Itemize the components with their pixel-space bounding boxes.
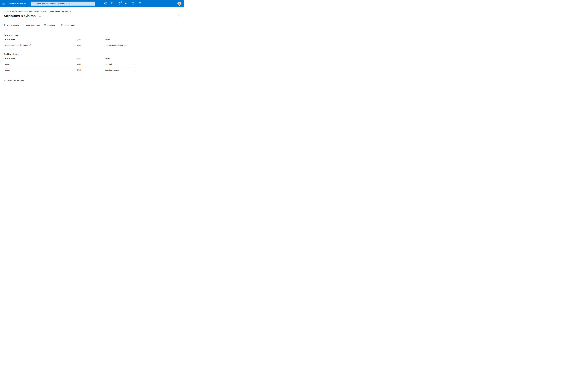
breadcrumb: Home > Azure SAML SSO | SAML-based Sign-… [0, 7, 184, 12]
additional-claims-table: Claim name Type Value email SAML user.ma… [3, 56, 138, 73]
breadcrumb-separator: > [70, 11, 71, 12]
row-context-menu-button[interactable] [132, 42, 138, 48]
ellipsis-icon [39, 16, 42, 17]
directory-filter-icon [111, 2, 114, 5]
claim-value-cell: user.userprincipalname [... [103, 44, 132, 46]
breadcrumb-separator: > [10, 11, 11, 12]
title-context-menu-button[interactable] [39, 16, 42, 17]
claim-value-cell: user.mail [103, 63, 132, 65]
plus-icon [22, 24, 24, 27]
claim-name-cell: Unique User Identifier (Name ID) [3, 44, 75, 46]
claim-row[interactable]: Unique User Identifier (Name ID) SAML us… [3, 42, 138, 48]
breadcrumb-separator: > [47, 11, 48, 12]
column-header-claim-name: Claim name [3, 39, 75, 41]
advanced-settings-label: Advanced settings [7, 79, 24, 82]
cloud-shell-icon [104, 2, 107, 5]
gear-icon [125, 2, 127, 5]
advanced-settings-toggle[interactable]: Advanced settings [3, 79, 24, 82]
plus-icon [3, 24, 6, 27]
search-input[interactable] [31, 1, 95, 6]
claim-type-cell: SAML [75, 69, 103, 71]
close-blade-button[interactable] [177, 14, 180, 18]
add-new-claim-button[interactable]: Add new claim [3, 24, 19, 27]
hamburger-icon [2, 2, 5, 5]
help-icon [132, 2, 134, 5]
command-bar: Add new claim Add a group claim Columns [3, 23, 180, 27]
columns-icon [44, 24, 46, 26]
column-header-value: Value [103, 58, 132, 60]
topbar-actions: 6 [102, 0, 182, 7]
got-feedback-icon [61, 24, 63, 27]
add-group-claim-label: Add a group claim [26, 24, 40, 26]
columns-button[interactable]: Columns [44, 24, 55, 26]
column-header-type: Type [75, 39, 103, 41]
table-header-row: Claim name Type Value [3, 56, 138, 61]
claim-value-cell: user.displayname [103, 69, 132, 71]
help-button[interactable] [129, 0, 136, 7]
page-title: Attributes & Claims [3, 14, 36, 18]
hamburger-menu-button[interactable] [0, 0, 7, 7]
required-claim-section: Required claim Claim name Type Value Uni… [0, 34, 184, 48]
breadcrumb-link-saml-signon[interactable]: SAML-based Sign-on [50, 10, 69, 12]
breadcrumb-link-home[interactable]: Home [3, 10, 9, 12]
claim-row[interactable]: email SAML user.mail [3, 61, 138, 67]
row-context-menu-button[interactable] [132, 61, 138, 67]
cloud-shell-button[interactable] [102, 0, 109, 7]
breadcrumb-link-saml-sso[interactable]: Azure SAML SSO | SAML-based Sign-on [12, 10, 46, 12]
feedback-button[interactable] [136, 0, 143, 7]
claim-row[interactable]: name SAML user.displayname [3, 67, 138, 73]
table-header-row: Claim name Type Value [3, 37, 138, 42]
add-new-claim-label: Add new claim [7, 24, 19, 26]
avatar[interactable] [178, 2, 181, 6]
got-feedback-button[interactable]: Got feedback? [61, 24, 77, 27]
feedback-icon [138, 2, 141, 5]
claim-name-cell: name [3, 69, 75, 71]
settings-button[interactable] [123, 0, 129, 7]
column-header-type: Type [75, 58, 103, 60]
add-group-claim-button[interactable]: Add a group claim [22, 24, 40, 27]
chevron-down-icon [3, 79, 5, 82]
ellipsis-icon [134, 70, 136, 70]
ellipsis-icon [134, 45, 136, 45]
top-bar: Microsoft Azure [0, 0, 184, 7]
title-row: Attributes & Claims [0, 12, 184, 18]
claim-type-cell: SAML [75, 44, 103, 46]
claim-name-cell: email [3, 63, 75, 65]
additional-claims-section: Additional claims Claim name Type Value … [0, 53, 184, 73]
required-claim-table: Claim name Type Value Unique User Identi… [3, 37, 138, 48]
close-icon [178, 15, 179, 17]
ellipsis-icon [134, 64, 136, 64]
toolbar-divider [58, 24, 58, 27]
additional-claims-heading: Additional claims [3, 53, 180, 55]
required-claim-heading: Required claim [3, 34, 180, 36]
column-header-value: Value [103, 39, 132, 41]
notification-badge: 6 [120, 1, 122, 3]
global-search [31, 1, 95, 6]
notifications-button[interactable]: 6 [116, 0, 123, 7]
row-context-menu-button[interactable] [132, 67, 138, 73]
azure-brand[interactable]: Microsoft Azure [9, 2, 26, 5]
got-feedback-label: Got feedback? [65, 24, 77, 26]
directory-filter-button[interactable] [109, 0, 116, 7]
claim-type-cell: SAML [75, 63, 103, 65]
column-header-claim-name: Claim name [3, 58, 75, 60]
columns-label: Columns [48, 24, 55, 26]
